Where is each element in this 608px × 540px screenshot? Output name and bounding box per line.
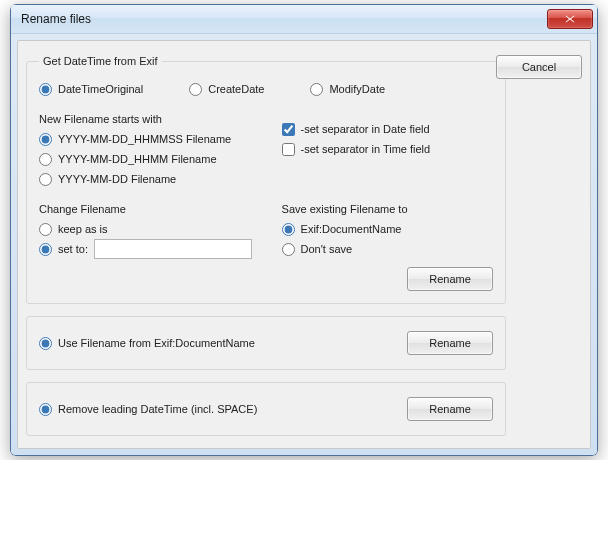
close-icon (565, 15, 575, 23)
label-ymd: YYYY-MM-DD Filename (58, 169, 176, 189)
change-section-title: Change Filename (39, 203, 262, 215)
client-area: Get DateTime from Exif DateTimeOriginal … (17, 40, 591, 449)
exif-section-title: Get DateTime from Exif (39, 55, 162, 67)
radio-ymd-hms[interactable] (39, 133, 52, 146)
radio-createdate[interactable] (189, 83, 202, 96)
label-save-exif-doc: Exif:DocumentName (301, 219, 402, 239)
rename-button-removeleading[interactable]: Rename (407, 397, 493, 421)
save-section-title: Save existing Filename to (282, 203, 493, 215)
remove-leading-group: Remove leading DateTime (incl. SPACE) Re… (26, 382, 506, 436)
datetime-rename-group: Get DateTime from Exif DateTimeOriginal … (26, 55, 506, 304)
checkbox-date-separator[interactable] (282, 123, 295, 136)
label-use-exif-doc: Use Filename from Exif:DocumentName (58, 333, 255, 353)
label-datetimeoriginal: DateTimeOriginal (58, 79, 143, 99)
radio-remove-leading[interactable] (39, 403, 52, 416)
close-button[interactable] (547, 9, 593, 29)
radio-set-to[interactable] (39, 243, 52, 256)
checkbox-time-separator[interactable] (282, 143, 295, 156)
label-createdate: CreateDate (208, 79, 264, 99)
label-date-separator: -set separator in Date field (301, 119, 430, 139)
radio-use-exif-doc[interactable] (39, 337, 52, 350)
newname-section-title: New Filename starts with (39, 113, 262, 125)
titlebar[interactable]: Rename files (11, 5, 597, 34)
radio-dont-save[interactable] (282, 243, 295, 256)
rename-button-exifdoc[interactable]: Rename (407, 331, 493, 355)
radio-datetimeoriginal[interactable] (39, 83, 52, 96)
radio-ymd[interactable] (39, 173, 52, 186)
label-keep-as-is: keep as is (58, 219, 108, 239)
radio-save-exif-doc[interactable] (282, 223, 295, 236)
cancel-button[interactable]: Cancel (496, 55, 582, 79)
label-remove-leading: Remove leading DateTime (incl. SPACE) (58, 399, 257, 419)
radio-modifydate[interactable] (310, 83, 323, 96)
label-modifydate: ModifyDate (329, 79, 385, 99)
rename-files-dialog: Rename files Get DateTime from Exif Date… (10, 4, 598, 456)
window-title: Rename files (21, 12, 91, 26)
use-exif-doc-group: Use Filename from Exif:DocumentName Rena… (26, 316, 506, 370)
label-time-separator: -set separator in Time field (301, 139, 431, 159)
label-ymd-hms: YYYY-MM-DD_HHMMSS Filename (58, 129, 231, 149)
label-ymd-hm: YYYY-MM-DD_HHMM Filename (58, 149, 217, 169)
rename-button-main[interactable]: Rename (407, 267, 493, 291)
radio-ymd-hm[interactable] (39, 153, 52, 166)
label-dont-save: Don't save (301, 239, 353, 259)
radio-keep-as-is[interactable] (39, 223, 52, 236)
input-set-to[interactable] (94, 239, 252, 259)
label-set-to: set to: (58, 239, 88, 259)
